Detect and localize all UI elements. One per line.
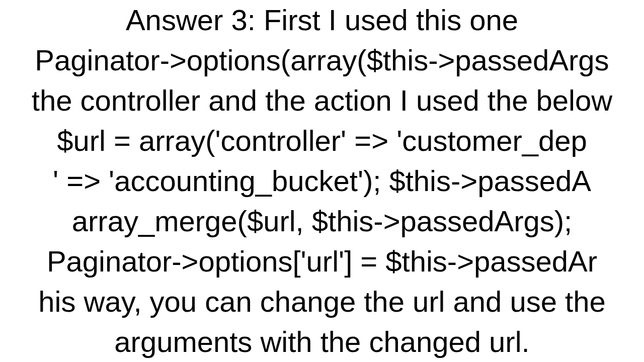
text-line-9: arguments with the changed url.	[0, 322, 644, 362]
text-line-1: Answer 3: First I used this one	[0, 0, 644, 40]
text-line-6: array_merge($url, $this->passedArgs);	[0, 201, 644, 241]
text-line-3: the controller and the action I used the…	[0, 80, 644, 121]
answer-text-block: Answer 3: First I used this one Paginato…	[0, 0, 644, 362]
text-line-5: ' => 'accounting_bucket'); $this->passed…	[0, 161, 644, 201]
text-line-7: Paginator->options['url'] = $this->passe…	[0, 241, 644, 282]
text-line-2: Paginator->options(array($this->passedAr…	[0, 40, 644, 80]
text-line-4: $url = array('controller' => 'customer_d…	[0, 121, 644, 161]
text-line-8: his way, you can change the url and use …	[0, 282, 644, 322]
